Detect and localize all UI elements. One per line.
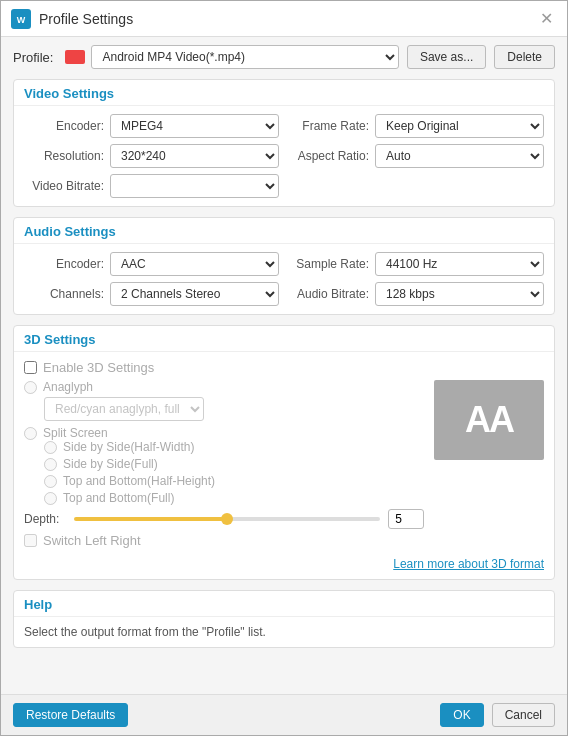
window-title: Profile Settings	[39, 11, 536, 27]
title-bar: W Profile Settings ✕	[1, 1, 567, 37]
depth-row: Depth:	[24, 509, 424, 529]
video-bitrate-label: Video Bitrate:	[24, 179, 104, 193]
split-label-1: Side by Side(Full)	[63, 457, 158, 471]
restore-defaults-button[interactable]: Restore Defaults	[13, 703, 128, 727]
depth-number[interactable]	[388, 509, 424, 529]
video-left-col: Encoder: MPEG4 Resolution: 3	[24, 114, 279, 198]
delete-button[interactable]: Delete	[494, 45, 555, 69]
audio-settings-header: Audio Settings	[14, 218, 554, 244]
anaglyph-radio[interactable]	[24, 381, 37, 394]
profile-settings-window: W Profile Settings ✕ Profile: Android MP…	[0, 0, 568, 736]
app-icon: W	[11, 9, 31, 29]
frame-rate-select[interactable]: Keep Original	[375, 114, 544, 138]
footer-left: Restore Defaults	[13, 703, 432, 727]
split-radio-1[interactable]	[44, 458, 57, 471]
help-section: Help Select the output format from the "…	[13, 590, 555, 648]
depth-label: Depth:	[24, 512, 66, 526]
encoder-control: MPEG4	[110, 114, 279, 138]
close-button[interactable]: ✕	[536, 9, 557, 28]
sample-rate-control: 44100 Hz	[375, 252, 544, 276]
switch-row: Switch Left Right	[24, 533, 424, 548]
frame-rate-row: Frame Rate: Keep Original	[289, 114, 544, 138]
encoder-label: Encoder:	[24, 119, 104, 133]
video-settings-header: Video Settings	[14, 80, 554, 106]
anaglyph-dropdown-wrap: Red/cyan anaglyph, full color	[24, 397, 424, 421]
resolution-label: Resolution:	[24, 149, 104, 163]
enable-3d-checkbox[interactable]	[24, 361, 37, 374]
split-radio-0[interactable]	[44, 441, 57, 454]
frame-rate-control: Keep Original	[375, 114, 544, 138]
audio-bitrate-select[interactable]: 128 kbps	[375, 282, 544, 306]
enable-3d-row: Enable 3D Settings	[24, 360, 544, 375]
switch-checkbox[interactable]	[24, 534, 37, 547]
audio-encoder-label: Encoder:	[24, 257, 104, 271]
sample-rate-label: Sample Rate:	[289, 257, 369, 271]
main-content: Profile: Android MP4 Video(*.mp4) Save a…	[1, 37, 567, 694]
aspect-ratio-label: Aspect Ratio:	[289, 149, 369, 163]
threed-controls: Anaglyph Red/cyan anaglyph, full color S…	[24, 380, 424, 548]
split-label-0: Side by Side(Half-Width)	[63, 440, 194, 454]
split-radio-2[interactable]	[44, 475, 57, 488]
depth-slider[interactable]	[74, 517, 380, 521]
resolution-row: Resolution: 320*240	[24, 144, 279, 168]
aspect-ratio-control: Auto	[375, 144, 544, 168]
split-option-0: Side by Side(Half-Width)	[44, 440, 424, 454]
threed-settings-section: 3D Settings Enable 3D Settings Anaglyph	[13, 325, 555, 580]
profile-icon	[65, 50, 85, 64]
split-option-1: Side by Side(Full)	[44, 457, 424, 471]
video-right-col: Frame Rate: Keep Original Aspect Ratio:	[289, 114, 544, 198]
frame-rate-label: Frame Rate:	[289, 119, 369, 133]
footer-right: OK Cancel	[440, 703, 555, 727]
ok-button[interactable]: OK	[440, 703, 483, 727]
split-option-2: Top and Bottom(Half-Height)	[44, 474, 424, 488]
aspect-ratio-row: Aspect Ratio: Auto	[289, 144, 544, 168]
split-screen-row: Split Screen	[24, 426, 424, 440]
preview-box: AA	[434, 380, 544, 460]
encoder-select[interactable]: MPEG4	[110, 114, 279, 138]
sample-rate-select[interactable]: 44100 Hz	[375, 252, 544, 276]
channels-select[interactable]: 2 Channels Stereo	[110, 282, 279, 306]
cancel-button[interactable]: Cancel	[492, 703, 555, 727]
split-radio-3[interactable]	[44, 492, 57, 505]
profile-row: Profile: Android MP4 Video(*.mp4) Save a…	[13, 45, 555, 69]
split-options-group: Side by Side(Half-Width) Side by Side(Fu…	[24, 440, 424, 505]
encoder-row: Encoder: MPEG4	[24, 114, 279, 138]
video-bitrate-control	[110, 174, 279, 198]
help-header: Help	[14, 591, 554, 617]
save-as-button[interactable]: Save as...	[407, 45, 486, 69]
anaglyph-select[interactable]: Red/cyan anaglyph, full color	[44, 397, 204, 421]
enable-3d-label: Enable 3D Settings	[43, 360, 154, 375]
audio-encoder-control: AAC	[110, 252, 279, 276]
sample-rate-row: Sample Rate: 44100 Hz	[289, 252, 544, 276]
video-form-grid: Encoder: MPEG4 Resolution: 3	[24, 114, 544, 198]
threed-settings-header: 3D Settings	[14, 326, 554, 352]
anaglyph-label: Anaglyph	[43, 380, 93, 394]
switch-label: Switch Left Right	[43, 533, 141, 548]
audio-settings-body: Encoder: AAC Channels: 2 Cha	[14, 244, 554, 314]
audio-bitrate-row: Audio Bitrate: 128 kbps	[289, 282, 544, 306]
anaglyph-row: Anaglyph	[24, 380, 424, 394]
aspect-ratio-select[interactable]: Auto	[375, 144, 544, 168]
preview-text: AA	[465, 399, 513, 441]
learn-more-link[interactable]: Learn more about 3D format	[24, 557, 544, 571]
help-text: Select the output format from the "Profi…	[14, 617, 554, 647]
audio-form-grid: Encoder: AAC Channels: 2 Cha	[24, 252, 544, 306]
channels-control: 2 Channels Stereo	[110, 282, 279, 306]
audio-encoder-select[interactable]: AAC	[110, 252, 279, 276]
video-bitrate-row: Video Bitrate:	[24, 174, 279, 198]
resolution-control: 320*240	[110, 144, 279, 168]
resolution-select[interactable]: 320*240	[110, 144, 279, 168]
footer: Restore Defaults OK Cancel	[1, 694, 567, 735]
video-settings-body: Encoder: MPEG4 Resolution: 3	[14, 106, 554, 206]
audio-left-col: Encoder: AAC Channels: 2 Cha	[24, 252, 279, 306]
audio-right-col: Sample Rate: 44100 Hz Audio Bitrate:	[289, 252, 544, 306]
audio-settings-section: Audio Settings Encoder: AAC	[13, 217, 555, 315]
audio-encoder-row: Encoder: AAC	[24, 252, 279, 276]
profile-select[interactable]: Android MP4 Video(*.mp4)	[91, 45, 398, 69]
split-screen-radio[interactable]	[24, 427, 37, 440]
profile-select-wrap: Android MP4 Video(*.mp4)	[65, 45, 398, 69]
profile-label: Profile:	[13, 50, 53, 65]
video-bitrate-select[interactable]	[110, 174, 279, 198]
audio-bitrate-label: Audio Bitrate:	[289, 287, 369, 301]
split-label-2: Top and Bottom(Half-Height)	[63, 474, 215, 488]
